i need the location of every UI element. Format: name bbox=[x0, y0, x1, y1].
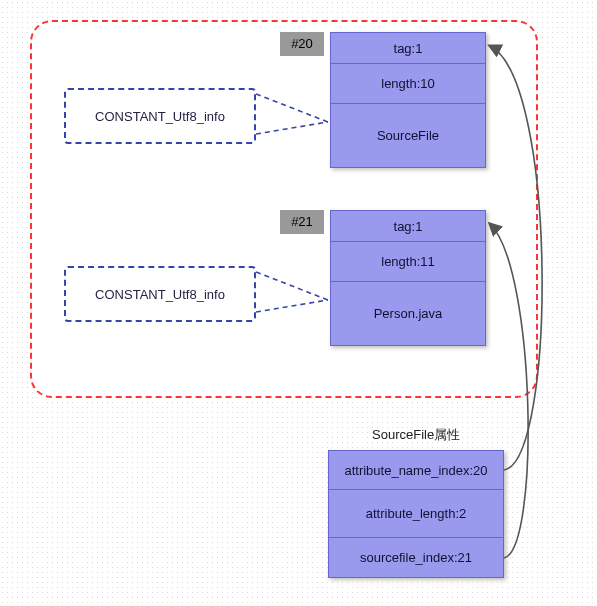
diagram-canvas: #20 tag:1 length:10 SourceFile CONSTANT_… bbox=[0, 0, 597, 606]
entry-20-stack: tag:1 length:10 SourceFile bbox=[330, 32, 486, 168]
entry-21-cell-value: Person.java bbox=[330, 282, 486, 346]
entry-20-cell-value: SourceFile bbox=[330, 104, 486, 168]
entry-21-stack: tag:1 length:11 Person.java bbox=[330, 210, 486, 346]
entry-20-callout-text: CONSTANT_Utf8_info bbox=[95, 109, 225, 124]
entry-badge-21-text: #21 bbox=[291, 214, 313, 229]
constant-pool-group: #20 tag:1 length:10 SourceFile CONSTANT_… bbox=[30, 20, 538, 398]
entry-21-cell-value-text: Person.java bbox=[374, 306, 443, 321]
attribute-cell-sourcefile-index: sourcefile_index:21 bbox=[328, 538, 504, 578]
attribute-stack: attribute_name_index:20 attribute_length… bbox=[328, 450, 504, 578]
entry-badge-20: #20 bbox=[280, 32, 324, 56]
attribute-cell-sourcefile-index-text: sourcefile_index:21 bbox=[360, 550, 472, 565]
entry-21-cell-length-text: length:11 bbox=[381, 254, 435, 269]
entry-20-cell-tag: tag:1 bbox=[330, 32, 486, 64]
attribute-title-text: SourceFile属性 bbox=[372, 427, 460, 442]
svg-line-0 bbox=[256, 94, 328, 122]
attribute-cell-name-index-text: attribute_name_index:20 bbox=[344, 463, 487, 478]
entry-20-callout: CONSTANT_Utf8_info bbox=[64, 88, 256, 144]
attribute-title: SourceFile属性 bbox=[372, 426, 460, 444]
entry-badge-21: #21 bbox=[280, 210, 324, 234]
svg-line-2 bbox=[256, 272, 328, 300]
entry-20-cell-value-text: SourceFile bbox=[377, 128, 439, 143]
attribute-cell-length: attribute_length:2 bbox=[328, 490, 504, 538]
entry-21-callout-text: CONSTANT_Utf8_info bbox=[95, 287, 225, 302]
entry-20-callout-tail bbox=[256, 86, 330, 156]
entry-20-cell-length: length:10 bbox=[330, 64, 486, 104]
entry-20-cell-tag-text: tag:1 bbox=[394, 41, 423, 56]
attribute-cell-length-text: attribute_length:2 bbox=[366, 506, 466, 521]
entry-20-cell-length-text: length:10 bbox=[381, 76, 435, 91]
svg-line-3 bbox=[256, 300, 328, 312]
entry-21-cell-tag-text: tag:1 bbox=[394, 219, 423, 234]
svg-line-1 bbox=[256, 122, 328, 134]
entry-21-cell-length: length:11 bbox=[330, 242, 486, 282]
attribute-cell-name-index: attribute_name_index:20 bbox=[328, 450, 504, 490]
entry-21-cell-tag: tag:1 bbox=[330, 210, 486, 242]
entry-21-callout-tail bbox=[256, 264, 330, 334]
entry-badge-20-text: #20 bbox=[291, 36, 313, 51]
entry-21-callout: CONSTANT_Utf8_info bbox=[64, 266, 256, 322]
